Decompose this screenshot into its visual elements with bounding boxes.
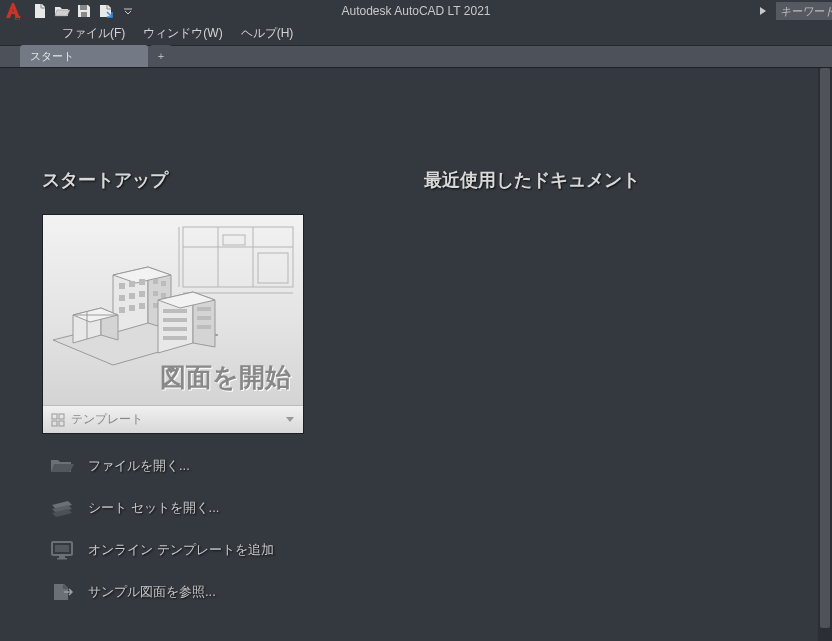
recent-column: 最近使用したドキュメント <box>424 168 640 641</box>
svg-rect-22 <box>153 291 158 296</box>
svg-rect-14 <box>119 295 125 301</box>
menu-bar: ファイル(F) ウィンドウ(W) ヘルプ(H) <box>0 22 832 46</box>
svg-rect-11 <box>119 283 125 289</box>
start-drawing-button[interactable]: 図面を開始 <box>43 215 303 405</box>
svg-rect-35 <box>52 414 57 419</box>
app-logo-icon[interactable]: LT <box>0 0 26 22</box>
menu-file[interactable]: ファイル(F) <box>54 21 133 46</box>
start-page: スタートアップ <box>0 68 832 641</box>
svg-rect-2 <box>81 12 87 17</box>
action-list: ファイルを開く... シート セットを開く... オンライン テンプレートを追加… <box>42 450 304 608</box>
svg-rect-32 <box>197 325 211 329</box>
online-templates-action[interactable]: オンライン テンプレートを追加 <box>42 534 304 566</box>
chevron-down-icon <box>285 416 295 424</box>
tab-add[interactable]: + <box>150 45 172 67</box>
svg-rect-1 <box>80 5 87 10</box>
svg-rect-23 <box>161 293 166 298</box>
svg-rect-17 <box>119 307 125 313</box>
svg-rect-31 <box>197 316 211 320</box>
startup-heading: スタートアップ <box>42 168 304 192</box>
recent-heading: 最近使用したドキュメント <box>424 168 640 192</box>
document-arrow-icon <box>50 582 74 602</box>
sample-drawings-action[interactable]: サンプル図面を参照... <box>42 576 304 608</box>
startup-column: スタートアップ <box>42 168 304 641</box>
template-dropdown[interactable]: テンプレート <box>43 405 303 433</box>
svg-rect-12 <box>129 281 135 287</box>
svg-rect-21 <box>161 281 166 286</box>
online-templates-label: オンライン テンプレートを追加 <box>88 541 274 559</box>
svg-rect-24 <box>153 303 158 308</box>
svg-rect-41 <box>59 556 65 558</box>
quick-access-toolbar <box>30 1 138 21</box>
menu-help[interactable]: ヘルプ(H) <box>233 21 302 46</box>
svg-rect-19 <box>139 303 145 309</box>
open-sheetset-label: シート セットを開く... <box>88 499 219 517</box>
svg-rect-37 <box>52 421 57 426</box>
open-file-icon[interactable] <box>52 1 72 21</box>
svg-rect-36 <box>59 414 64 419</box>
scrollbar-thumb[interactable] <box>820 68 830 628</box>
qat-dropdown-icon[interactable] <box>118 1 138 21</box>
play-icon[interactable] <box>754 1 772 21</box>
svg-rect-29 <box>163 336 187 340</box>
new-file-icon[interactable] <box>30 1 50 21</box>
start-drawing-card: 図面を開始 テンプレート <box>42 214 304 434</box>
svg-rect-18 <box>129 305 135 311</box>
search-area: キーワードまた <box>754 1 832 21</box>
svg-rect-16 <box>139 291 145 297</box>
svg-rect-28 <box>163 327 187 331</box>
svg-rect-27 <box>163 318 187 322</box>
svg-rect-38 <box>59 421 64 426</box>
open-sheetset-action[interactable]: シート セットを開く... <box>42 492 304 524</box>
open-file-label: ファイルを開く... <box>88 457 190 475</box>
save-as-icon[interactable] <box>96 1 116 21</box>
open-file-action[interactable]: ファイルを開く... <box>42 450 304 482</box>
svg-rect-8 <box>258 253 288 283</box>
folder-open-icon <box>50 456 74 476</box>
svg-rect-30 <box>197 307 211 311</box>
svg-rect-13 <box>139 279 145 285</box>
start-drawing-label: 図面を開始 <box>160 360 291 395</box>
sample-drawings-label: サンプル図面を参照... <box>88 583 216 601</box>
menu-window[interactable]: ウィンドウ(W) <box>135 21 230 46</box>
save-icon[interactable] <box>74 1 94 21</box>
search-input[interactable]: キーワードまた <box>776 2 832 20</box>
title-bar: LT Autodesk AutoCAD LT 2021 キーワードまた <box>0 0 832 22</box>
monitor-icon <box>50 540 74 560</box>
svg-rect-40 <box>55 545 69 552</box>
svg-rect-42 <box>57 558 67 560</box>
template-label: テンプレート <box>71 411 143 428</box>
tab-start[interactable]: スタート <box>20 45 148 67</box>
svg-rect-15 <box>129 293 135 299</box>
svg-rect-26 <box>163 309 187 313</box>
sheets-icon <box>50 498 74 518</box>
svg-rect-7 <box>223 235 245 245</box>
template-grid-icon <box>51 413 65 427</box>
svg-rect-3 <box>183 227 293 287</box>
tab-bar: スタート + <box>0 46 832 68</box>
svg-rect-20 <box>153 279 158 284</box>
vertical-scrollbar[interactable] <box>818 68 832 641</box>
svg-text:LT: LT <box>15 15 21 21</box>
